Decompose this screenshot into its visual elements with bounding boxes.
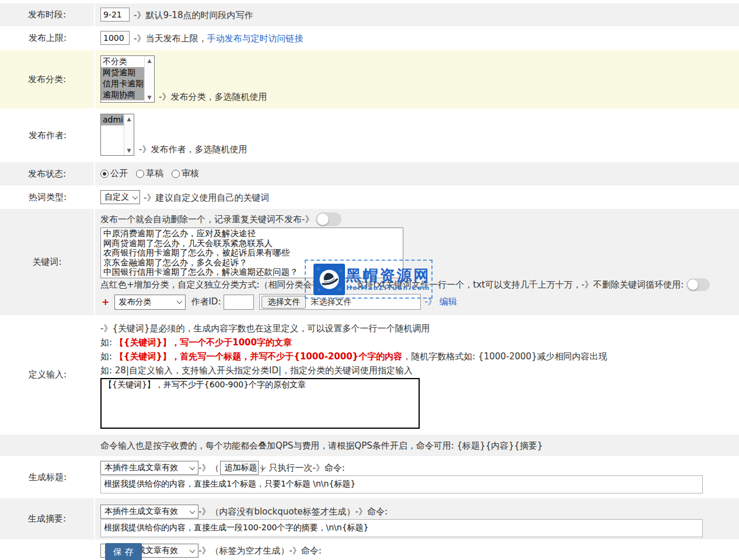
row-generate-abstract: 生成摘要: 本插件生成文章有效 -》（内容没有blockquote标签才生成）-… (0, 498, 739, 540)
generate-abstract-command-textarea[interactable]: 根据我提供给你的内容，直接生成一段100-200个字的摘要，\n\n{标题} (100, 519, 703, 537)
edit-arrow: -》 (424, 296, 436, 307)
custom-input-line1: -》{关键词}是必须的，生成内容字数也在这里定义，可以设置多个一行一个随机调用 (100, 323, 430, 334)
hotword-type-select[interactable]: 自定义 (100, 190, 140, 204)
publish-limit-label: 发布上限: (0, 26, 95, 50)
publish-time-label: 发布时段: (0, 4, 95, 26)
keywords-toggle-note: 发布一个就会自动删除一个，记录重复关键词不发布-》 (100, 214, 313, 225)
file-status-text: 未选择文件 (311, 297, 351, 307)
hotword-type-label: 热词类型: (0, 186, 95, 209)
scroll-down-icon[interactable]: ▼ (148, 93, 152, 102)
publish-author-options: admin (101, 114, 124, 155)
keyword-loop-toggle[interactable] (686, 278, 710, 291)
generate-abstract-controls: 本插件生成文章有效 -》（内容没有blockquote标签才生成）-》命令: (100, 505, 388, 519)
row-publish-time: 发布时段: -》默认9-18点的时间段内写作 (0, 4, 739, 26)
publish-author-note: -》发布作者，多选随机使用 (139, 144, 247, 155)
chevron-down-icon (133, 194, 138, 200)
keywords-note2: 点红色+增加分类，自定义独立分类方式:（相同分类会被覆盖），支持txt关键词文件… (100, 279, 684, 290)
line-prefix: 如: (100, 337, 112, 348)
scroll-up-icon[interactable]: ▲ (127, 114, 131, 124)
row-publish-limit: 发布上限: -》当天发布上限，手动发布与定时访问链接 (0, 26, 739, 50)
keywords-textarea[interactable]: 中原消费逾期了怎么办，应对及解决途径 网商贷逾期了怎么办，几天会联系紧急联系人 … (100, 228, 403, 278)
keywords-toggle-line: 发布一个就会自动删除一个，记录重复关键词不发布-》 (100, 212, 341, 226)
scroll-down-icon[interactable]: ▼ (127, 146, 131, 155)
line-prefix: 如: (100, 351, 112, 362)
author-id-input[interactable] (224, 295, 254, 310)
publish-limit-note-text: -》当天发布上限， (134, 33, 207, 44)
radio-label: 审核 (182, 168, 199, 179)
custom-input-line4: 如: 28|自定义输入，支持输入开头指定分类ID|，指定分类的关键词使用指定输入 (100, 365, 413, 376)
publish-time-input[interactable] (100, 8, 130, 22)
generate-title-command-textarea[interactable]: 根据我提供给你的内容，直接生成1个标题，只要1个标题 \n\n{标题} (100, 475, 703, 494)
category-option[interactable]: 网贷逾期 (101, 67, 144, 78)
hotword-type-value: 自定义 (104, 192, 129, 202)
custom-input-line2: 如: 【{关键词}】，写一个不少于1000字的文章 (100, 337, 292, 348)
category-option[interactable]: 不分类 (101, 56, 144, 67)
qps-note: 命令输入也是按字收费的，每个功能都会叠加QPS与费用，请根据QPS条件开启，命令… (100, 440, 543, 452)
line-red-example: 【{关键词}】，首先写一个标题，并写不少于{1000-2000}个字的内容 (115, 351, 402, 362)
add-category-plus-button[interactable]: + (102, 296, 109, 307)
chevron-down-icon (190, 464, 196, 470)
listbox-scrollbar[interactable]: ▲ ▼ (144, 56, 154, 102)
title-mode-select[interactable]: 追加标题 (220, 461, 259, 475)
publish-status-radios: 公开 草稿 审核 (100, 168, 207, 179)
abstract-scope-value: 本插件生成文章有效 (104, 506, 178, 517)
publish-author-label: 发布作者: (0, 108, 95, 162)
row-hotword-type: 热词类型: 自定义 -》建议自定义使用自己的关键词 (0, 186, 739, 209)
keywords-label: 关键词: (0, 209, 95, 315)
radio-public[interactable]: 公开 (100, 168, 128, 179)
keyword-category-value: 发布分类 (118, 297, 151, 307)
publish-author-listbox[interactable]: admin ▲ ▼ (100, 114, 134, 156)
toggle-knob (317, 214, 329, 225)
title-scope-select[interactable]: 本插件生成文章有效 (100, 461, 198, 475)
title-tail-note: ）只执行一次-》命令: (260, 463, 344, 474)
edit-link[interactable]: 编辑 (440, 296, 457, 307)
publish-category-note: -》发布分类，多选随机使用 (159, 92, 267, 103)
keywords-controls-line: + 发布分类 作者ID: 选择文件 未选择文件 -》 编辑 (102, 294, 457, 310)
author-id-label: 作者ID: (191, 296, 221, 307)
plugin-settings-page: { "rows": { "time": { "label": "发布时段:", … (0, 0, 739, 560)
tag-tail-note: -》（标签为空才生成）-》命令: (198, 545, 322, 556)
scroll-up-icon[interactable]: ▲ (148, 56, 152, 65)
keyword-file-input[interactable]: 选择文件 未选择文件 (259, 294, 421, 310)
category-option[interactable]: 逾期协商 (101, 89, 144, 100)
publish-limit-input[interactable] (100, 31, 130, 45)
manual-publish-link[interactable]: 手动发布与定时访问链接 (207, 33, 303, 44)
generate-title-controls: 本插件生成文章有效 -》（ 追加标题 ）只执行一次-》命令: (100, 461, 345, 475)
row-generate-tag: 本插件生成文章有效 -》（标签为空才生成）-》命令: 保 存 (0, 540, 739, 560)
hotword-type-note: -》建议自定义使用自己的关键词 (144, 192, 269, 204)
radio-icon[interactable] (136, 170, 144, 178)
abstract-tail-note: -》（内容没有blockquote标签才生成）-》命令: (198, 506, 388, 517)
radio-icon[interactable] (172, 170, 180, 178)
row-qps-note: 命令输入也是按字收费的，每个功能都会叠加QPS与费用，请根据QPS条件开启，命令… (0, 435, 739, 456)
publish-category-listbox[interactable]: 不分类 网贷逾期 信用卡逾期 逾期协商 ▲ ▼ (100, 55, 155, 103)
toggle-knob (688, 279, 698, 290)
publish-status-label: 发布状态: (0, 162, 95, 186)
publish-limit-note: -》当天发布上限，手动发布与定时访问链接 (134, 33, 303, 44)
keywords-note2-line: 点红色+增加分类，自定义独立分类方式:（相同分类会被覆盖），支持txt关键词文件… (100, 278, 710, 291)
custom-input-textarea[interactable]: 【{关键词}】，并写不少于{600-900}个字的原创文章 (100, 378, 420, 429)
chevron-down-icon (190, 508, 196, 514)
publish-time-note: -》默认9-18点的时间段内写作 (134, 10, 253, 21)
publish-category-options: 不分类 网贷逾期 信用卡逾期 逾期协商 (101, 56, 144, 102)
radio-review[interactable]: 审核 (172, 168, 199, 179)
radio-label: 公开 (110, 168, 128, 179)
line-rest: ，随机字数格式如: {1000-2000}减少相同内容出现 (402, 351, 607, 362)
line-red-example: 【{关键词}】，写一个不少于1000字的文章 (115, 337, 292, 348)
author-option[interactable]: admin (101, 114, 124, 125)
radio-draft[interactable]: 草稿 (136, 168, 163, 179)
keyword-category-select[interactable]: 发布分类 (114, 295, 186, 310)
choose-file-button[interactable]: 选择文件 (262, 296, 306, 309)
save-button[interactable]: 保 存 (105, 543, 142, 560)
custom-input-label: 定义输入: (0, 315, 95, 435)
title-mode-value: 追加标题 (224, 463, 257, 473)
category-option[interactable]: 信用卡逾期 (101, 78, 144, 89)
dedupe-toggle[interactable] (316, 212, 341, 226)
radio-icon[interactable] (100, 170, 109, 178)
custom-input-line3: 如: 【{关键词}】，首先写一个标题，并写不少于{1000-2000}个字的内容… (100, 351, 607, 362)
listbox-scrollbar[interactable]: ▲ ▼ (124, 114, 134, 155)
title-scope-value: 本插件生成文章有效 (104, 463, 178, 473)
abstract-scope-select[interactable]: 本插件生成文章有效 (100, 505, 198, 519)
generate-abstract-label: 生成摘要: (0, 498, 95, 540)
row-keywords: 关键词: 发布一个就会自动删除一个，记录重复关键词不发布-》 中原消费逾期了怎么… (0, 209, 739, 315)
row-publish-status: 发布状态: 公开 草稿 审核 (0, 162, 739, 186)
